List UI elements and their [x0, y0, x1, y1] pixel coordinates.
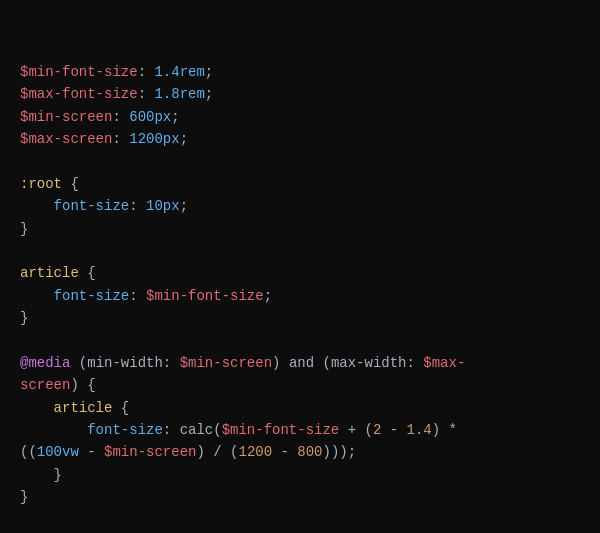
code-line [20, 150, 580, 172]
code-line: } [20, 464, 580, 486]
code-line: ((100vw - $min-screen) / (1200 - 800))); [20, 441, 580, 463]
code-line: @media (min-width: $min-screen) and (max… [20, 352, 580, 374]
code-line [20, 240, 580, 262]
code-line: $min-screen: 600px; [20, 106, 580, 128]
code-line: font-size: $min-font-size; [20, 285, 580, 307]
code-line: article { [20, 262, 580, 284]
code-editor: $min-font-size: 1.4rem; $max-font-size: … [20, 16, 580, 533]
code-line: } [20, 307, 580, 329]
code-line: screen) { [20, 374, 580, 396]
code-line [20, 329, 580, 351]
code-line: $max-screen: 1200px; [20, 128, 580, 150]
code-line: font-size: calc($min-font-size + (2 - 1.… [20, 419, 580, 441]
code-line: article { [20, 397, 580, 419]
code-line: } [20, 486, 580, 508]
code-line: } [20, 218, 580, 240]
code-line [20, 509, 580, 531]
code-line: :root { [20, 173, 580, 195]
code-line: $max-font-size: 1.8rem; [20, 83, 580, 105]
code-line: $min-font-size: 1.4rem; [20, 61, 580, 83]
code-line: font-size: 10px; [20, 195, 580, 217]
